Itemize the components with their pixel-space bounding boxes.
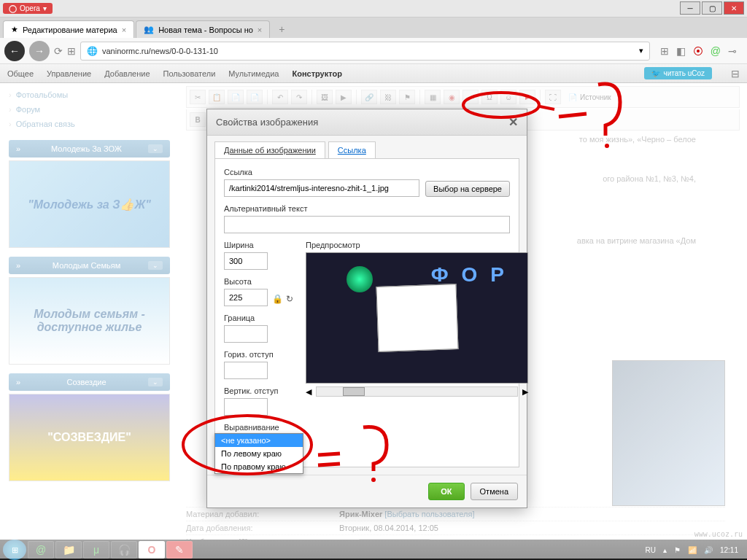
url-bar: ← → ⟳ ⊞ 🌐 vaninormc.ru/news/0-0-0-131-10… [0,38,747,64]
preview-scrollbar[interactable]: ◀ ▶ [306,386,528,397]
align-label: Выравнивание [224,423,297,432]
tab-close-icon[interactable]: × [122,26,126,34]
server-button[interactable]: Выбор на сервере [425,181,510,197]
url-text: vaninormc.ru/news/0-0-0-131-10 [102,47,635,55]
align-option-left[interactable]: По левому краю [215,447,303,460]
dialog-close-icon[interactable]: ✕ [508,115,518,129]
browser-top-bar: Opera ▾ ─ ▢ ✕ [0,0,747,18]
forward-button[interactable]: → [29,41,50,61]
tab-inactive[interactable]: 👥 Новая тема - Вопросы но × [136,20,270,38]
border-input[interactable] [224,325,268,343]
cancel-button[interactable]: Отмена [471,483,518,500]
tab-title: Новая тема - Вопросы но [158,26,253,34]
reset-icon[interactable]: ↻ [286,294,293,304]
tab-icon: ★ [11,25,18,34]
dropdown-icon[interactable]: ▾ [639,46,643,55]
align-option-none[interactable]: <не указано> [215,434,303,447]
link-label: Ссылка [224,168,510,176]
admin-collapse-icon[interactable]: ⊟ [731,68,740,79]
height-input[interactable] [224,289,268,306]
hspace-input[interactable] [224,362,268,379]
vspace-label: Вертик. отступ [224,386,297,395]
scroll-left-icon[interactable]: ◀ [306,387,311,397]
alt-label: Альтернативный текст [224,204,510,213]
admin-manage[interactable]: Управление [47,69,91,78]
align-dropdown-list: <не указано> По левому краю По правому к… [214,433,303,474]
admin-general[interactable]: Общее [7,69,34,78]
dialog-title: Свойства изображения ✕ [207,109,527,136]
hspace-label: Гориз. отступ [224,350,297,359]
tab-bar: ★ Редактирование материа × 👥 Новая тема … [0,18,747,38]
alt-input[interactable] [224,216,510,233]
dialog-tabs: Данные об изображении Ссылка [207,136,527,158]
vspace-input[interactable] [224,398,268,416]
opera-menu-button[interactable]: Opera ▾ [3,3,53,14]
tab-icon: 👥 [144,25,154,34]
border-label: Граница [224,314,297,322]
admin-constructor[interactable]: Конструктор [292,69,341,78]
tab-title: Редактирование материа [23,26,117,34]
site-icon: 🌐 [87,46,98,56]
admin-multimedia[interactable]: Мультимедиа [228,69,279,78]
dialog-footer: ОК Отмена [207,475,527,508]
twitter-button[interactable]: 🐦 читать uCoz [644,67,712,79]
tab-active[interactable]: ★ Редактирование материа × [3,20,134,38]
new-tab-button[interactable]: + [271,20,292,38]
width-label: Ширина [224,241,297,249]
icon-2[interactable]: ◧ [676,45,686,57]
icon-1[interactable]: ⊞ [660,45,669,57]
height-label: Высота [224,277,297,286]
link-input[interactable] [224,179,419,197]
url-input[interactable]: 🌐 vaninormc.ru/news/0-0-0-131-10 ▾ [80,42,650,61]
admin-bar: Общее Управление Добавление Пользователи… [0,64,747,83]
lock-icon[interactable]: 🔒 [272,294,283,304]
at-icon[interactable]: @ [711,45,721,57]
minimize-button[interactable]: ─ [680,1,700,15]
back-button[interactable]: ← [4,41,25,61]
ok-button[interactable]: ОК [428,483,464,500]
close-button[interactable]: ✕ [724,1,744,15]
width-input[interactable] [224,252,268,270]
speed-dial-icon[interactable]: ⊞ [67,45,76,57]
preview-box: ФОР [306,252,528,384]
key-icon[interactable]: ⊸ [728,45,737,57]
admin-add[interactable]: Добавление [104,69,150,78]
align-option-right[interactable]: По правому краю [215,460,303,473]
tab-close-icon[interactable]: × [258,26,262,34]
admin-users[interactable]: Пользователи [163,69,216,78]
reload-icon[interactable]: ⟳ [54,45,63,57]
tab-image-data[interactable]: Данные об изображении [214,141,325,158]
adblock-icon[interactable]: ⦿ [693,45,703,57]
tab-link[interactable]: Ссылка [328,141,376,158]
scroll-right-icon[interactable]: ▶ [522,387,528,397]
preview-label: Предпросмотр [306,241,528,249]
maximize-button[interactable]: ▢ [702,1,722,15]
